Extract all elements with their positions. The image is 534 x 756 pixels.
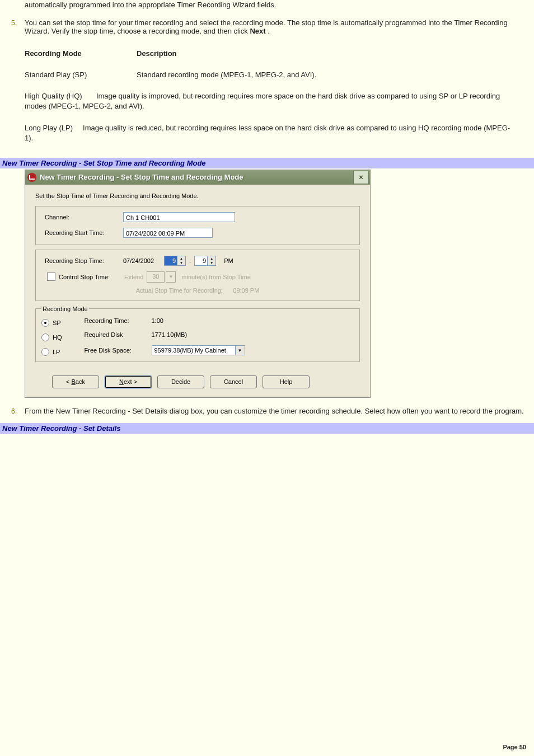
step-6-number: 6. bbox=[11, 407, 17, 415]
mode-sp: Standard Play (SP) bbox=[25, 64, 137, 86]
chevron-up-icon[interactable]: ▲ bbox=[177, 256, 185, 261]
radio-lp-label: LP bbox=[53, 349, 60, 355]
start-time-label: Recording Start Time: bbox=[45, 229, 123, 236]
channel-label: Channel: bbox=[45, 214, 123, 220]
step-5-text-b: . bbox=[266, 27, 270, 35]
required-disk-value: 1771.10(MB) bbox=[152, 331, 245, 338]
free-disk-combo[interactable]: ▼ bbox=[152, 345, 245, 355]
desc-hq: Image quality is improved, but recording… bbox=[25, 92, 500, 110]
free-disk-label: Free Disk Space: bbox=[85, 347, 152, 354]
stop-hour-input[interactable] bbox=[164, 256, 177, 266]
step-6: 6. From the New Timer Recording - Set De… bbox=[25, 407, 528, 415]
recording-time-value: 1:00 bbox=[152, 317, 245, 324]
app-icon bbox=[27, 173, 36, 182]
table-row: Standard Play (SP) Standard recording mo… bbox=[25, 64, 528, 86]
chevron-down-icon[interactable]: ▼ bbox=[208, 261, 216, 265]
radio-icon[interactable] bbox=[41, 348, 49, 356]
radio-hq-label: HQ bbox=[53, 334, 62, 341]
next-button[interactable]: Next > bbox=[105, 375, 152, 388]
col-mode-header: Recording Mode bbox=[25, 43, 137, 64]
recording-mode-legend: Recording Mode bbox=[41, 306, 89, 312]
radio-sp[interactable]: SP bbox=[41, 319, 62, 327]
page-number: Page 50 bbox=[503, 744, 526, 750]
actual-stop-label: Actual Stop Time for Recording: bbox=[136, 287, 223, 294]
radio-sp-label: SP bbox=[53, 320, 61, 326]
desc-sp: Standard recording mode (MPEG-1, MPEG-2,… bbox=[137, 64, 528, 86]
radio-lp[interactable]: LP bbox=[41, 348, 62, 356]
stop-minute-spinner[interactable]: ▲▼ bbox=[194, 256, 216, 266]
decide-button[interactable]: Decide bbox=[157, 375, 204, 388]
dialog-lead-text: Set the Stop Time of Timer Recording and… bbox=[35, 192, 360, 199]
radio-hq[interactable]: HQ bbox=[41, 334, 62, 341]
recording-mode-group: Recording Mode SP HQ LP bbox=[35, 306, 360, 362]
extend-value: 30 bbox=[147, 271, 165, 283]
mode-hq: High Quality (HQ) bbox=[25, 92, 82, 100]
time-colon: : bbox=[189, 257, 191, 264]
control-stop-time-label: Control Stop Time: bbox=[59, 274, 110, 280]
section-bar-stop-time: New Timer Recording - Set Stop Time and … bbox=[0, 158, 534, 168]
stop-minute-input[interactable] bbox=[194, 256, 208, 266]
chevron-up-icon[interactable]: ▲ bbox=[208, 256, 216, 261]
cancel-button[interactable]: Cancel bbox=[210, 375, 257, 388]
channel-field[interactable]: Ch 1 CH001 bbox=[123, 212, 235, 222]
stop-time-panel: Recording Stop Time: 07/24/2002 ▲▼ : ▲▼ … bbox=[35, 250, 360, 301]
timer-recording-dialog: New Timer Recording - Set Stop Time and … bbox=[25, 170, 371, 398]
chevron-down-icon[interactable]: ▼ bbox=[236, 345, 245, 355]
dialog-titlebar[interactable]: New Timer Recording - Set Stop Time and … bbox=[25, 170, 370, 185]
recording-mode-table: Recording Mode Description Standard Play… bbox=[25, 43, 528, 149]
col-desc-header: Description bbox=[137, 43, 528, 64]
chevron-down-icon[interactable]: ▼ bbox=[177, 261, 185, 265]
actual-stop-value: 09:09 PM bbox=[233, 287, 259, 294]
table-row: Long Play (LP) Image quality is reduced,… bbox=[25, 118, 528, 149]
recording-time-label: Recording Time: bbox=[85, 317, 152, 324]
table-row: High Quality (HQ) Image quality is impro… bbox=[25, 86, 528, 117]
stop-date: 07/24/2002 bbox=[123, 257, 154, 264]
start-time-field[interactable]: 07/24/2002 08:09 PM bbox=[123, 228, 213, 238]
close-button[interactable]: × bbox=[353, 171, 369, 184]
free-disk-input[interactable] bbox=[152, 345, 236, 355]
section-bar-set-details: New Timer Recording - Set Details bbox=[0, 423, 534, 434]
pm-label: PM bbox=[224, 257, 233, 264]
extend-label: Extend bbox=[124, 274, 143, 280]
step-5-bold: Next bbox=[250, 27, 265, 35]
radio-icon[interactable] bbox=[41, 319, 49, 327]
extend-suffix: minute(s) from Stop Time bbox=[181, 274, 250, 280]
step-6-text: From the New Timer Recording - Set Detai… bbox=[25, 407, 524, 415]
step-5: 5. You can set the stop time for your ti… bbox=[25, 18, 528, 35]
dialog-title: New Timer Recording - Set Stop Time and … bbox=[40, 173, 353, 181]
mode-lp: Long Play (LP) bbox=[25, 124, 73, 132]
stop-hour-spinner[interactable]: ▲▼ bbox=[164, 256, 186, 266]
back-button[interactable]: < Back bbox=[52, 375, 99, 388]
intro-line: automatically programmed into the approp… bbox=[25, 0, 528, 11]
channel-start-panel: Channel: Ch 1 CH001 Recording Start Time… bbox=[35, 206, 360, 245]
required-disk-label: Required Disk bbox=[85, 331, 152, 338]
desc-lp: Image quality is reduced, but recording … bbox=[25, 124, 510, 142]
radio-icon[interactable] bbox=[41, 334, 49, 341]
step-5-number: 5. bbox=[11, 19, 17, 27]
control-stop-time-checkbox[interactable] bbox=[47, 273, 55, 281]
stop-time-label: Recording Stop Time: bbox=[45, 257, 123, 264]
help-button[interactable]: Help bbox=[263, 375, 310, 388]
extend-dropdown-icon: ▼ bbox=[166, 271, 176, 283]
